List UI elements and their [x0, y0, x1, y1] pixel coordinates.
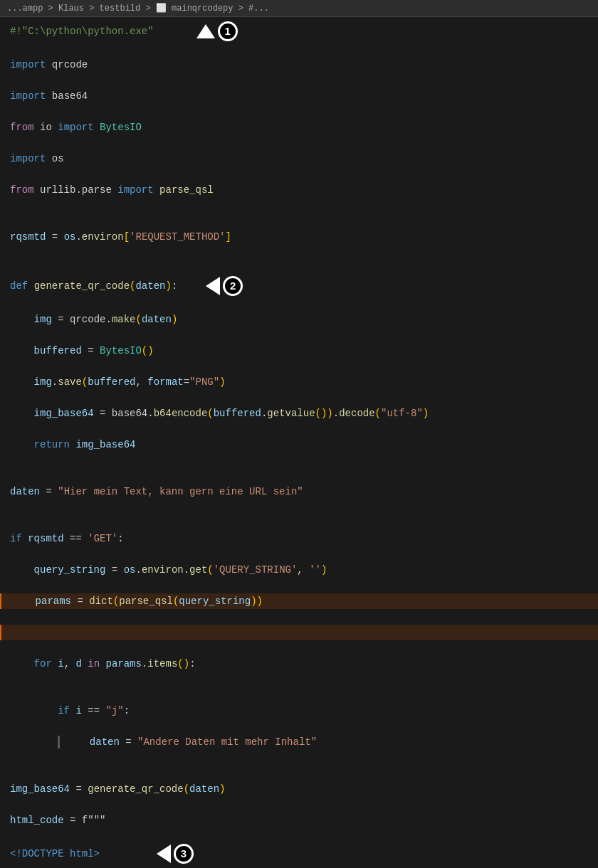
- line-if-get: if rqsmtd == 'GET':: [10, 533, 124, 544]
- line-img-base64-gen: img_base64 = generate_qr_code(daten): [10, 783, 225, 795]
- line-img-make: img = qrcode.make(daten): [10, 314, 177, 325]
- line-buffered: buffered = BytesIO(): [10, 345, 154, 356]
- line-from-io: from io import BytesIO: [10, 122, 142, 133]
- line-img-save: img.save(buffered, format="PNG"): [10, 376, 226, 388]
- line-daten: daten = "Hier mein Text, kann gern eine …: [10, 486, 303, 497]
- line-from-urllib: from urllib.parse import parse_qsl: [10, 184, 214, 196]
- line-rqsmtd: rqsmtd = os.environ['REQUEST_METHOD']: [10, 231, 231, 243]
- arrow-left-icon-2: [206, 277, 220, 295]
- arrow-up-icon: [196, 24, 215, 38]
- line-import-os: import os: [10, 153, 64, 164]
- annotation-2: 2: [223, 276, 243, 296]
- line-daten-andere: daten = "Andere Daten mit mehr Inhalt": [10, 736, 317, 748]
- line-def: def generate_qr_code(daten): 2: [10, 280, 243, 292]
- line-import-qrcode: import qrcode: [10, 59, 88, 70]
- line-shebang: #!"C:\python\python.exe" 1: [10, 26, 238, 37]
- line-html-code-fstr: html_code = f""": [10, 815, 105, 826]
- line-params: params = dict(parse_qsl(query_string)): [0, 593, 598, 609]
- line-return: return img_base64: [10, 439, 135, 450]
- annotation-3: 3: [174, 844, 194, 864]
- line-if-j: if i == "j":: [10, 705, 130, 716]
- line-blank-hl: [0, 625, 598, 640]
- line-import-base64: import base64: [10, 90, 88, 102]
- line-for: for i, d in params.items():: [10, 658, 196, 669]
- line-query-string: query_string = os.environ.get('QUERY_STR…: [10, 564, 327, 576]
- breadcrumb-bar: ...ampp > Klaus > testbild > ⬜ mainqrcod…: [0, 0, 598, 17]
- line-img-base64-encode: img_base64 = base64.b64encode(buffered.g…: [10, 408, 429, 419]
- arrow-left-icon-3: [157, 845, 171, 863]
- line-doctype: <!DOCTYPE html> 3: [10, 848, 194, 859]
- code-area: #!"C:\python\python.exe" 1 import qrcode…: [0, 17, 598, 868]
- annotation-1: 1: [218, 21, 238, 41]
